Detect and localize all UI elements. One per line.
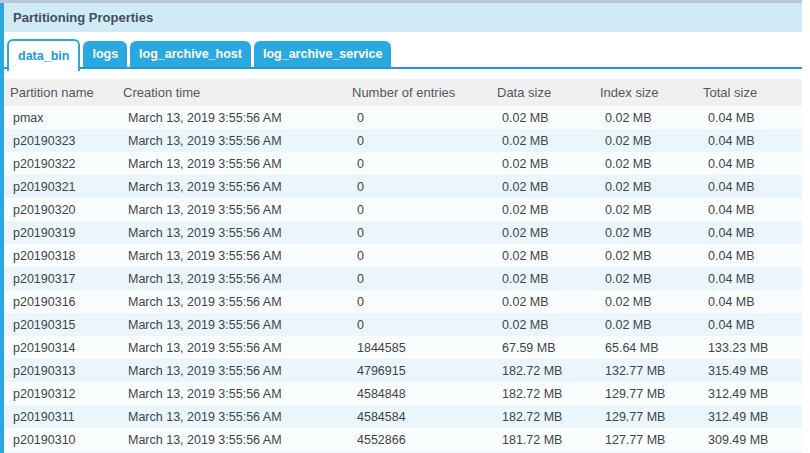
cell-creation-time: March 13, 2019 3:55:56 AM	[123, 433, 352, 447]
table-row[interactable]: p20190314March 13, 2019 3:55:56 AM184458…	[4, 336, 802, 359]
cell-number-of-entries: 0	[352, 157, 497, 171]
cell-total-size: 0.04 MB	[703, 180, 802, 194]
cell-index-size: 0.02 MB	[600, 249, 703, 263]
cell-creation-time: March 13, 2019 3:55:56 AM	[123, 134, 352, 148]
cell-index-size: 0.02 MB	[600, 203, 703, 217]
table-body: pmaxMarch 13, 2019 3:55:56 AM00.02 MB0.0…	[4, 106, 802, 451]
cell-creation-time: March 13, 2019 3:55:56 AM	[123, 180, 352, 194]
cell-number-of-entries: 0	[352, 226, 497, 240]
table-row[interactable]: p20190323March 13, 2019 3:55:56 AM00.02 …	[4, 129, 802, 152]
cell-partition-name: p20190314	[4, 341, 123, 355]
table-row[interactable]: p20190315March 13, 2019 3:55:56 AM00.02 …	[4, 313, 802, 336]
cell-number-of-entries: 4796915	[352, 364, 497, 378]
cell-data-size: 0.02 MB	[497, 226, 600, 240]
cell-index-size: 0.02 MB	[600, 295, 703, 309]
cell-creation-time: March 13, 2019 3:55:56 AM	[123, 364, 352, 378]
table-row[interactable]: p20190311March 13, 2019 3:55:56 AM458458…	[4, 405, 802, 428]
cell-data-size: 0.02 MB	[497, 295, 600, 309]
cell-data-size: 182.72 MB	[497, 387, 600, 401]
cell-total-size: 0.04 MB	[703, 272, 802, 286]
table-row[interactable]: p20190322March 13, 2019 3:55:56 AM00.02 …	[4, 152, 802, 175]
cell-number-of-entries: 0	[352, 111, 497, 125]
cell-partition-name: p20190316	[4, 295, 123, 309]
cell-partition-name: p20190318	[4, 249, 123, 263]
table-row[interactable]: pmaxMarch 13, 2019 3:55:56 AM00.02 MB0.0…	[4, 106, 802, 129]
tab-data-bin[interactable]: data_bin	[7, 39, 80, 71]
cell-number-of-entries: 4584584	[352, 410, 497, 424]
cell-partition-name: p20190313	[4, 364, 123, 378]
partitioning-properties-panel: Partitioning Properties data_binlogslog_…	[0, 0, 802, 453]
cell-index-size: 129.77 MB	[600, 410, 703, 424]
column-header-total-size: Total size	[703, 85, 802, 100]
cell-total-size: 133.23 MB	[703, 341, 802, 355]
cell-number-of-entries: 0	[352, 203, 497, 217]
cell-creation-time: March 13, 2019 3:55:56 AM	[123, 387, 352, 401]
table-row[interactable]: p20190313March 13, 2019 3:55:56 AM479691…	[4, 359, 802, 382]
cell-data-size: 182.72 MB	[497, 410, 600, 424]
cell-index-size: 127.77 MB	[600, 433, 703, 447]
cell-creation-time: March 13, 2019 3:55:56 AM	[123, 226, 352, 240]
cell-creation-time: March 13, 2019 3:55:56 AM	[123, 410, 352, 424]
cell-creation-time: March 13, 2019 3:55:56 AM	[123, 249, 352, 263]
column-header-partition-name: Partition name	[4, 85, 123, 100]
cell-creation-time: March 13, 2019 3:55:56 AM	[123, 295, 352, 309]
cell-index-size: 0.02 MB	[600, 134, 703, 148]
cell-number-of-entries: 0	[352, 272, 497, 286]
tab-bar: data_binlogslog_archive_hostlog_archive_…	[4, 40, 802, 69]
tab-log-archive-service[interactable]: log_archive_service	[254, 41, 392, 67]
cell-creation-time: March 13, 2019 3:55:56 AM	[123, 111, 352, 125]
cell-partition-name: p20190321	[4, 180, 123, 194]
cell-index-size: 65.64 MB	[600, 341, 703, 355]
cell-total-size: 312.49 MB	[703, 410, 802, 424]
cell-total-size: 309.49 MB	[703, 433, 802, 447]
cell-index-size: 132.77 MB	[600, 364, 703, 378]
cell-partition-name: p20190311	[4, 410, 123, 424]
cell-partition-name: p20190319	[4, 226, 123, 240]
cell-data-size: 0.02 MB	[497, 157, 600, 171]
cell-number-of-entries: 0	[352, 249, 497, 263]
cell-total-size: 0.04 MB	[703, 203, 802, 217]
table-row[interactable]: p20190320March 13, 2019 3:55:56 AM00.02 …	[4, 198, 802, 221]
table-row[interactable]: p20190310March 13, 2019 3:55:56 AM455286…	[4, 428, 802, 451]
cell-data-size: 0.02 MB	[497, 249, 600, 263]
cell-number-of-entries: 0	[352, 318, 497, 332]
cell-data-size: 0.02 MB	[497, 203, 600, 217]
cell-number-of-entries: 0	[352, 134, 497, 148]
cell-data-size: 0.02 MB	[497, 134, 600, 148]
cell-partition-name: p20190310	[4, 433, 123, 447]
tab-log-archive-host[interactable]: log_archive_host	[130, 41, 251, 67]
cell-index-size: 0.02 MB	[600, 226, 703, 240]
cell-total-size: 0.04 MB	[703, 318, 802, 332]
page-title: Partitioning Properties	[13, 10, 153, 25]
column-header-number-of-entries: Number of entries	[352, 85, 497, 100]
cell-total-size: 312.49 MB	[703, 387, 802, 401]
cell-data-size: 182.72 MB	[497, 364, 600, 378]
cell-number-of-entries: 1844585	[352, 341, 497, 355]
cell-creation-time: March 13, 2019 3:55:56 AM	[123, 341, 352, 355]
cell-total-size: 0.04 MB	[703, 295, 802, 309]
cell-number-of-entries: 0	[352, 180, 497, 194]
tab-logs[interactable]: logs	[83, 41, 127, 67]
partitions-table: Partition nameCreation timeNumber of ent…	[4, 79, 802, 453]
cell-total-size: 0.04 MB	[703, 249, 802, 263]
cell-data-size: 0.02 MB	[497, 111, 600, 125]
panel-header: Partitioning Properties	[4, 3, 802, 32]
column-header-index-size: Index size	[600, 85, 703, 100]
cell-partition-name: p20190322	[4, 157, 123, 171]
cell-data-size: 181.72 MB	[497, 433, 600, 447]
table-row[interactable]: p20190316March 13, 2019 3:55:56 AM00.02 …	[4, 290, 802, 313]
cell-partition-name: pmax	[4, 111, 123, 125]
cell-partition-name: p20190315	[4, 318, 123, 332]
cell-index-size: 0.02 MB	[600, 318, 703, 332]
table-row[interactable]: p20190321March 13, 2019 3:55:56 AM00.02 …	[4, 175, 802, 198]
table-row[interactable]: p20190312March 13, 2019 3:55:56 AM458484…	[4, 382, 802, 405]
cell-creation-time: March 13, 2019 3:55:56 AM	[123, 203, 352, 217]
table-row[interactable]: p20190317March 13, 2019 3:55:56 AM00.02 …	[4, 267, 802, 290]
table-row[interactable]: p20190319March 13, 2019 3:55:56 AM00.02 …	[4, 221, 802, 244]
table-header-row: Partition nameCreation timeNumber of ent…	[4, 79, 802, 106]
cell-partition-name: p20190317	[4, 272, 123, 286]
table-row[interactable]: p20190318March 13, 2019 3:55:56 AM00.02 …	[4, 244, 802, 267]
cell-number-of-entries: 4552866	[352, 433, 497, 447]
cell-partition-name: p20190323	[4, 134, 123, 148]
cell-index-size: 129.77 MB	[600, 387, 703, 401]
